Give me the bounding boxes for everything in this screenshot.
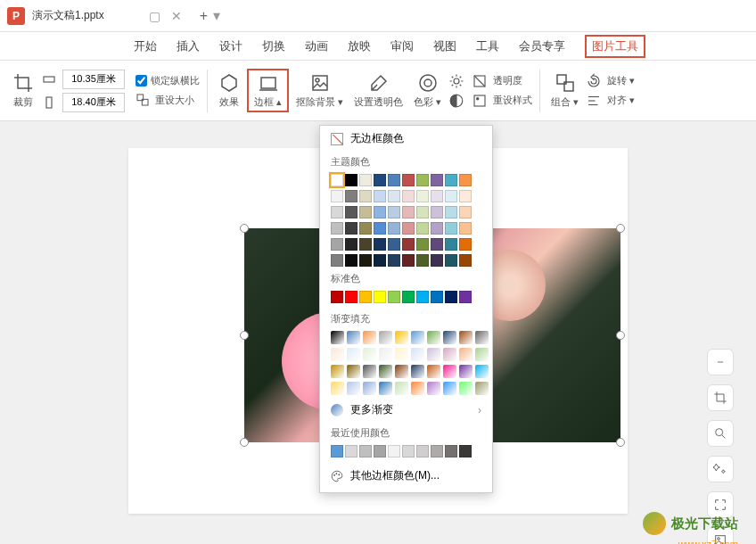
menu-review[interactable]: 审阅 <box>390 35 414 58</box>
color-swatch[interactable] <box>345 291 357 303</box>
color-swatch[interactable] <box>445 174 457 186</box>
gradient-swatch[interactable] <box>363 365 376 378</box>
gradient-swatch[interactable] <box>363 382 376 395</box>
gradient-swatch[interactable] <box>395 382 408 395</box>
menu-design[interactable]: 设计 <box>219 35 242 58</box>
gradient-swatch[interactable] <box>395 365 408 378</box>
color-swatch[interactable] <box>459 206 472 218</box>
color-swatch[interactable] <box>345 238 357 251</box>
color-swatch[interactable] <box>374 206 386 218</box>
color-swatch[interactable] <box>445 222 457 235</box>
color-swatch[interactable] <box>374 238 386 251</box>
color-swatch[interactable] <box>345 222 357 235</box>
color-swatch[interactable] <box>445 238 457 251</box>
gradient-swatch[interactable] <box>363 331 376 344</box>
color-swatch[interactable] <box>431 206 443 218</box>
effects-button[interactable]: 效果 <box>215 72 243 109</box>
gradient-swatch[interactable] <box>475 365 489 378</box>
gradient-swatch[interactable] <box>347 365 360 378</box>
color-swatch[interactable] <box>388 206 400 218</box>
color-swatch[interactable] <box>416 254 429 267</box>
color-swatch[interactable] <box>416 206 429 218</box>
gradient-swatch[interactable] <box>379 382 392 395</box>
menu-animation[interactable]: 动画 <box>305 35 328 58</box>
color-swatch[interactable] <box>331 291 343 303</box>
color-swatch[interactable] <box>416 445 429 457</box>
no-border-option[interactable]: 无边框颜色 <box>320 126 492 152</box>
color-swatch[interactable] <box>331 190 343 202</box>
more-gradient-option[interactable]: 更多渐变 › <box>320 397 492 423</box>
color-swatch[interactable] <box>359 206 372 218</box>
resize-handle-tr[interactable] <box>616 224 625 233</box>
tab-menu-icon[interactable]: ▾ <box>213 7 220 24</box>
width-input[interactable] <box>62 70 125 89</box>
color-swatch[interactable] <box>359 254 372 267</box>
remove-bg-button[interactable]: 抠除背景 ▾ <box>292 72 347 109</box>
menu-start[interactable]: 开始 <box>134 35 157 58</box>
color-swatch[interactable] <box>459 254 472 267</box>
color-swatch[interactable] <box>331 254 343 267</box>
color-swatch[interactable] <box>402 238 415 251</box>
color-swatch[interactable] <box>374 291 386 303</box>
gradient-swatch[interactable] <box>427 382 440 395</box>
set-transparent-button[interactable]: 设置透明色 <box>350 72 407 109</box>
color-swatch[interactable] <box>359 190 372 202</box>
gradient-swatch[interactable] <box>443 382 456 395</box>
gradient-swatch[interactable] <box>475 331 489 344</box>
color-swatch[interactable] <box>459 190 472 202</box>
color-swatch[interactable] <box>331 222 343 235</box>
color-swatch[interactable] <box>359 238 372 251</box>
color-swatch[interactable] <box>359 445 372 457</box>
brightness-button[interactable] <box>448 73 464 89</box>
color-swatch[interactable] <box>359 222 372 235</box>
menu-picture-tools[interactable]: 图片工具 <box>585 35 645 58</box>
add-tab-button[interactable]: + <box>200 8 208 24</box>
gradient-swatch[interactable] <box>411 348 424 361</box>
gradient-swatch[interactable] <box>347 382 360 395</box>
crop-group[interactable]: 裁剪 <box>9 72 37 109</box>
gradient-swatch[interactable] <box>379 365 392 378</box>
gradient-swatch[interactable] <box>395 331 408 344</box>
gradient-swatch[interactable] <box>459 365 472 378</box>
color-swatch[interactable] <box>416 190 429 202</box>
color-swatch[interactable] <box>431 254 443 267</box>
gradient-swatch[interactable] <box>443 331 456 344</box>
align-button[interactable]: 对齐 ▾ <box>586 93 635 109</box>
window-icon[interactable]: ▢ <box>149 9 160 23</box>
color-swatch[interactable] <box>431 445 443 457</box>
menu-transition[interactable]: 切换 <box>262 35 285 58</box>
color-swatch[interactable] <box>331 174 343 186</box>
color-swatch[interactable] <box>402 291 415 303</box>
gradient-swatch[interactable] <box>475 382 489 395</box>
color-swatch[interactable] <box>459 222 472 235</box>
gradient-swatch[interactable] <box>411 331 424 344</box>
color-swatch[interactable] <box>445 445 457 457</box>
gradient-swatch[interactable] <box>331 365 344 378</box>
gradient-swatch[interactable] <box>331 331 344 344</box>
gradient-swatch[interactable] <box>347 348 360 361</box>
resize-handle-tl[interactable] <box>240 224 249 233</box>
reset-style-button[interactable]: 重设样式 <box>472 93 532 109</box>
height-input[interactable] <box>62 93 125 112</box>
color-swatch[interactable] <box>388 190 400 202</box>
gradient-swatch[interactable] <box>459 331 472 344</box>
float-search[interactable] <box>707 420 734 447</box>
color-swatch[interactable] <box>374 190 386 202</box>
color-swatch[interactable] <box>388 445 400 457</box>
gradient-swatch[interactable] <box>459 348 472 361</box>
color-swatch[interactable] <box>345 254 357 267</box>
color-swatch[interactable] <box>374 254 386 267</box>
gradient-swatch[interactable] <box>331 348 344 361</box>
gradient-swatch[interactable] <box>411 382 424 395</box>
reset-size-button[interactable]: 重设大小 <box>136 93 200 107</box>
gradient-swatch[interactable] <box>443 365 456 378</box>
color-swatch[interactable] <box>359 291 372 303</box>
transparency-button[interactable]: 透明度 <box>472 73 532 89</box>
color-swatch[interactable] <box>388 254 400 267</box>
color-swatch[interactable] <box>431 238 443 251</box>
color-swatch[interactable] <box>416 291 429 303</box>
resize-handle-bl[interactable] <box>240 438 249 447</box>
color-swatch[interactable] <box>345 206 357 218</box>
gradient-swatch[interactable] <box>379 348 392 361</box>
color-swatch[interactable] <box>345 190 357 202</box>
